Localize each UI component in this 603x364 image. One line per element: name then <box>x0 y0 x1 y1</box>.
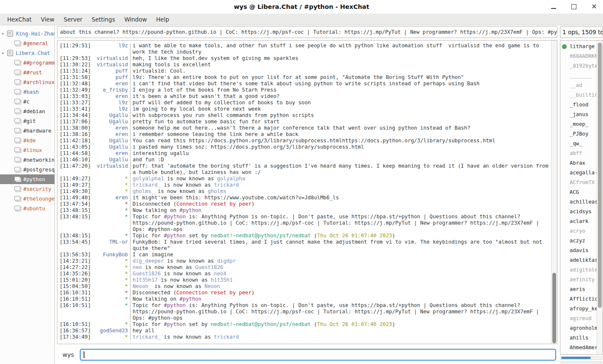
user-_______[interactable]: _______ <box>560 71 597 81</box>
userlist-hscrollbar[interactable] <box>560 356 603 360</box>
chat-line: [11:47:20]virtualsidpuff: that 'automate… <box>57 163 551 176</box>
timestamp: [16:10:51] <box>57 321 92 328</box>
timestamp: [11:30:22] <box>57 62 92 68</box>
sidebar-item-security[interactable]: #security <box>0 184 54 194</box>
user-acidsys[interactable]: acidsys <box>560 207 597 217</box>
user-aefinity[interactable]: aefinity <box>560 275 597 285</box>
user-acg[interactable]: ACG <box>560 187 597 197</box>
sidebar-item-debian[interactable]: #debian <box>0 106 54 116</box>
chat-scrollbar[interactable] <box>551 41 557 344</box>
user-nick: aeris <box>570 286 585 292</box>
user-__builtin[interactable]: __builtin <box>560 90 597 100</box>
sidebar-item-bash[interactable]: #bash <box>0 87 54 97</box>
expander-icon[interactable]: ▾ <box>2 32 7 36</box>
sidebar-item-programming[interactable]: ##programming <box>0 58 54 68</box>
user-agronholm[interactable]: agronholm <box>560 323 597 333</box>
user-nick: _______ <box>570 73 592 79</box>
user-__ad[interactable]: __ad <box>560 81 597 90</box>
menu-help[interactable]: Help <box>152 15 174 24</box>
chat-line: [14:35:26]*Guest1826 is now known as neo… <box>57 271 551 277</box>
user-ahills[interactable]: ahills <box>560 333 597 343</box>
sidebar-item-general[interactable]: #general <box>0 38 54 48</box>
message-input[interactable] <box>81 350 555 360</box>
sidebar-item-archlinux[interactable]: #archlinux <box>0 77 54 87</box>
maximize-button[interactable] <box>569 2 579 11</box>
user-aeris[interactable]: aeris <box>560 285 597 294</box>
sidebar-item-hardware[interactable]: #hardware <box>0 126 54 136</box>
user-acryo[interactable]: acryo <box>560 226 597 236</box>
message-segment: someone help me out here...wasn't there … <box>133 125 470 131</box>
menu-view[interactable]: View <box>36 15 59 24</box>
user-aczyz[interactable]: aczyz <box>560 236 597 246</box>
sidebar-item-xing-hai-zhan[interactable]: ▾Xing-Hai-Zhan <box>0 29 54 38</box>
message-text: Neoon_ is now known as Neoon <box>130 283 551 290</box>
sidebar-item-label: #debian <box>23 109 45 114</box>
user-_8192byte[interactable]: _8192byte <box>560 61 597 71</box>
timestamp: [14:23:21] <box>57 258 92 264</box>
chat-scrollbar-thumb[interactable] <box>552 273 556 343</box>
menu-window[interactable]: Window <box>120 15 151 24</box>
sidebar-item-python[interactable]: #python <box>0 174 54 184</box>
user-nick: afropy_ke <box>570 306 597 312</box>
menu-settings[interactable]: Settings <box>87 15 120 24</box>
userlist-scrollbar[interactable] <box>597 41 603 354</box>
user-nick: acegalla- <box>570 170 597 176</box>
close-icon: ✕ <box>591 3 597 10</box>
sidebar-item-c[interactable]: #c <box>0 97 54 106</box>
message-input-wrap[interactable] <box>80 349 556 361</box>
menu-server[interactable]: Server <box>59 15 87 24</box>
user-068aadrkn[interactable]: 068AADRKN <box>560 52 597 61</box>
message-text: i can't find that video but there's some… <box>130 81 551 87</box>
sidebar-item-postgresql[interactable]: #postgresql <box>0 165 54 174</box>
sidebar-item-libera-chat[interactable]: ▾Libera.Chat <box>0 48 54 58</box>
sidebar-item-ubuntu[interactable]: #ubuntu <box>0 204 54 213</box>
minimize-button[interactable] <box>549 2 558 11</box>
user-afflictio[interactable]: Afflictio <box>560 294 597 304</box>
message-text: Topic for #python is: Anything Python is… <box>130 302 551 321</box>
user-nick: aclark <box>570 218 588 224</box>
sidebar-item-networking[interactable]: #networking <box>0 155 54 165</box>
user-litharge[interactable]: litharge <box>560 42 597 52</box>
channel-icon <box>14 196 20 201</box>
user-acfromtx[interactable]: ACfromTX <box>560 178 597 187</box>
message-text: Disconnected (Connection reset by peer) <box>130 201 551 207</box>
message-segment: Guest1826 <box>195 264 223 270</box>
user-ahmedamer[interactable]: AhmedAmer <box>560 343 597 353</box>
user-afropy_ke[interactable]: afropy_ke <box>560 304 597 314</box>
chat-line: [11:49:30]*gholms_ is now known as gholm… <box>57 188 551 195</box>
message-text: trickard_ is now known as trickard <box>130 182 551 188</box>
menu-hexchat[interactable]: HexChat <box>3 15 36 24</box>
user-aclark[interactable]: aclark <box>560 217 597 226</box>
userlist-hscrollbar-thumb[interactable] <box>561 357 591 359</box>
sidebar-item-linux[interactable]: #linux <box>0 145 54 155</box>
user-agireud[interactable]: agireud <box>560 314 597 323</box>
user-abff[interactable]: abff <box>560 149 597 158</box>
sidebar-item-thelounge[interactable]: #thelounge <box>0 194 54 204</box>
user-nick: AhmedAmer <box>570 345 597 350</box>
user-abrax[interactable]: Abrax <box>560 158 597 168</box>
timestamp: [13:48:15] <box>57 207 92 214</box>
user-_flood[interactable]: _flood <box>560 100 597 110</box>
message-segment: neo4 <box>214 271 227 277</box>
event-star: * <box>92 321 130 328</box>
userlist-hscrollbar-secondary[interactable] <box>560 361 603 364</box>
close-button[interactable]: ✕ <box>589 2 599 11</box>
chat-line: [14:27:22]*neo is now known as Guest1826 <box>57 264 551 271</box>
user-_pjboy[interactable]: _PJBoy <box>560 129 597 139</box>
sidebar-item-git[interactable]: #git <box>0 116 54 126</box>
user-_qw_[interactable]: _qw_ <box>560 139 597 149</box>
user-achilleas[interactable]: achilleas <box>560 197 597 207</box>
user-adigitole[interactable]: adigitole <box>560 265 597 275</box>
event-star: * <box>92 233 130 239</box>
user-adavis[interactable]: adavis <box>560 246 597 255</box>
user-adeliktas[interactable]: adeliktas <box>560 255 597 265</box>
sidebar-item-rust[interactable]: ##rust <box>0 68 54 77</box>
expander-icon[interactable]: ▾ <box>2 51 7 55</box>
user-_janus[interactable]: _janus <box>560 110 597 120</box>
userlist-scrollbar-thumb[interactable] <box>598 43 602 308</box>
sidebar-item-kde[interactable]: #kde <box>0 136 54 145</box>
user-acegalla-[interactable]: acegalla- <box>560 168 597 178</box>
user-_moep_[interactable]: _moep_ <box>560 120 597 129</box>
topic-bar[interactable]: about this channel? https://pound-python… <box>57 26 557 38</box>
user-nick: _qw_ <box>570 141 582 147</box>
